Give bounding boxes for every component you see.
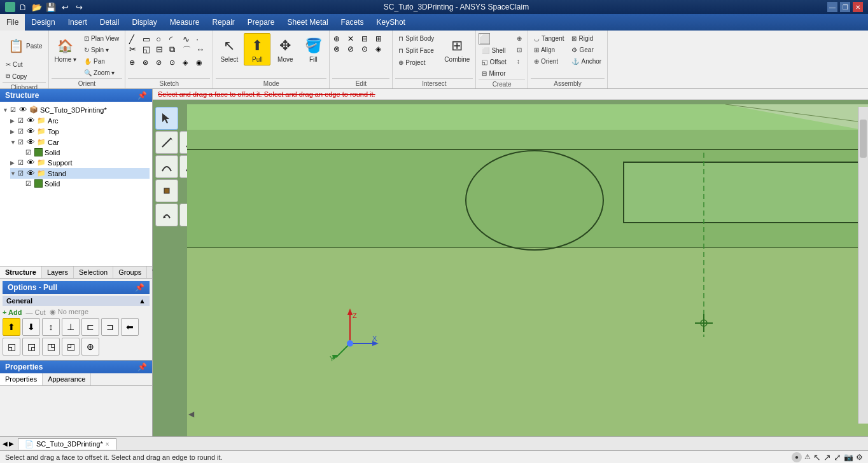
zoom-btn[interactable]: 🔍 Zoom ▾ [81, 67, 122, 78]
general-collapse-icon[interactable]: ▲ [139, 297, 146, 305]
tool-shape4[interactable]: ◰ [62, 338, 80, 356]
plane-btn[interactable]: ⊡ [514, 45, 525, 55]
menu-insert[interactable]: Insert [62, 14, 94, 31]
save-btn[interactable]: 💾 [45, 1, 57, 13]
minimize-btn[interactable]: — [827, 2, 837, 12]
sk-i5[interactable]: ◈ [183, 59, 195, 67]
doc-tab-main[interactable]: 📄 SC_Tuto_3DPrinting* × [18, 438, 116, 450]
cut-btn[interactable]: ✂ Cut [3, 59, 46, 70]
sk-i4[interactable]: ⊙ [169, 59, 182, 67]
tree-item-top[interactable]: ▶ ☑ 👁 📁 Top [10, 126, 150, 137]
sk-i6[interactable]: ◉ [196, 59, 209, 67]
ed7[interactable]: ⊙ [361, 45, 374, 53]
tool-shape1[interactable]: ◱ [3, 338, 20, 356]
move-btn[interactable]: ✥ Move [272, 33, 298, 66]
structure-pin[interactable]: 📌 [137, 91, 147, 100]
extend-icon[interactable]: ↔ [196, 45, 209, 56]
rect-icon[interactable]: ▭ [143, 34, 155, 44]
redo-btn[interactable]: ↪ [73, 1, 85, 13]
pan-btn[interactable]: ✋ Pan [81, 56, 122, 67]
merge-label[interactable]: ◉ No merge [50, 308, 88, 316]
spline-icon[interactable]: ∿ [183, 34, 195, 44]
tangent-btn[interactable]: ◡ Tangent [531, 33, 568, 44]
home-btn[interactable]: 🏠 Home ▾ [52, 33, 80, 66]
point-icon[interactable]: · [196, 34, 209, 44]
trim-icon[interactable]: ✂ [129, 45, 142, 56]
rigid-btn[interactable]: ⊠ Rigid [568, 33, 605, 44]
sketch-offset-icon[interactable]: ◱ [143, 45, 155, 56]
tree-item-stand[interactable]: ▼ ☑ 👁 📁 Stand [10, 168, 150, 179]
tab-scroll-right[interactable]: ▶ [9, 440, 14, 447]
sk-i3[interactable]: ⊘ [156, 59, 169, 67]
menu-display[interactable]: Display [125, 14, 163, 31]
add-plane-btn[interactable]: ⊕ [514, 33, 525, 44]
tree-check-support[interactable]: ☑ [18, 159, 27, 166]
tree-item-car[interactable]: ▼ ☑ 👁 📁 Car [10, 137, 150, 148]
fill-btn[interactable]: 🪣 Fill [300, 33, 326, 66]
menu-repair[interactable]: Repair [206, 14, 241, 31]
prop-tab-properties[interactable]: Properties [0, 373, 43, 385]
tree-item-arc[interactable]: ▶ ☑ 👁 📁 Arc [10, 115, 150, 126]
tree-check-stand[interactable]: ☑ [18, 170, 27, 177]
options-pin[interactable]: 📌 [135, 283, 144, 292]
tree-item-car-solid[interactable]: ☑ Solid [18, 148, 150, 157]
orient-btn[interactable]: ⊕ Orient [531, 56, 568, 67]
tree-check-car-solid[interactable]: ☑ [25, 149, 34, 156]
tab-structure[interactable]: Structure [0, 266, 42, 278]
cut-label[interactable]: — Cut [25, 308, 45, 316]
tree-check-root[interactable]: ☑ [10, 106, 19, 113]
expand-icon[interactable]: ⤢ [834, 452, 841, 462]
menu-measure[interactable]: Measure [164, 14, 206, 31]
tree-item-stand-solid[interactable]: ☑ Solid [18, 179, 150, 188]
canvas-area[interactable]: Select and drag a face to offset it. Sel… [153, 89, 868, 436]
tool-left[interactable]: ⊏ [81, 318, 99, 336]
sk-i1[interactable]: ⊕ [129, 59, 142, 67]
new-btn[interactable]: 🗋 [17, 1, 29, 13]
undo-btn[interactable]: ↩ [59, 1, 71, 13]
sk-i2[interactable]: ⊗ [143, 59, 155, 67]
add-label[interactable]: + Add [3, 308, 22, 316]
tree-check-car[interactable]: ☑ [18, 139, 27, 146]
vscroll-thumb[interactable] [860, 120, 867, 158]
doc-tab-close[interactable]: × [106, 441, 109, 448]
properties-pin[interactable]: 📌 [137, 363, 147, 371]
tree-check-stand-solid[interactable]: ☑ [25, 180, 34, 187]
split-body-btn[interactable]: ⊓ Split Body [395, 33, 437, 44]
tool-shape5[interactable]: ⊕ [81, 338, 99, 356]
ed6[interactable]: ⊘ [347, 45, 360, 53]
tab-selection[interactable]: Selection [74, 266, 113, 278]
close-btn[interactable]: ✕ [853, 2, 863, 12]
project-btn[interactable]: ⊕ Project [395, 57, 437, 68]
menu-sheet-metal[interactable]: Sheet Metal [281, 14, 335, 31]
menu-prepare[interactable]: Prepare [241, 14, 281, 31]
offset-btn[interactable]: ◱ Offset [479, 57, 510, 67]
tool-perp[interactable]: ⊥ [62, 318, 80, 336]
shell-btn[interactable]: ⬜ Shell [479, 45, 510, 56]
split-face-btn[interactable]: ⊓ Split Face [395, 45, 437, 56]
ed3[interactable]: ⊟ [361, 34, 374, 43]
axis-btn[interactable]: ↕ [514, 56, 525, 67]
sketch-copy-icon[interactable]: ⧉ [169, 45, 182, 56]
combine-btn[interactable]: ⊞ Combine [441, 33, 473, 66]
prop-tab-appearance[interactable]: Appearance [43, 373, 91, 385]
tool-pull-down[interactable]: ⬇ [22, 318, 40, 336]
menu-detail[interactable]: Detail [94, 14, 126, 31]
tool-shape3[interactable]: ◳ [42, 338, 60, 356]
tab-layers[interactable]: Layers [42, 266, 74, 278]
vertical-scrollbar[interactable] [858, 107, 868, 424]
ed1[interactable]: ⊕ [333, 34, 346, 43]
mirror-btn[interactable]: ⊟ Mirror [479, 68, 510, 79]
anchor-btn[interactable]: ⚓ Anchor [568, 56, 605, 67]
tree-check-arc[interactable]: ☑ [18, 117, 27, 124]
menu-file[interactable]: File [0, 14, 25, 31]
align-btn[interactable]: ⊞ Align [531, 45, 568, 55]
spin-btn[interactable]: ↻ Spin ▾ [81, 45, 122, 55]
menu-facets[interactable]: Facets [335, 14, 370, 31]
tree-check-top[interactable]: ☑ [18, 128, 27, 135]
status-icon-warn[interactable]: ⚠ [804, 453, 811, 461]
tool-shape2[interactable]: ◲ [22, 338, 40, 356]
menu-keyshot[interactable]: KeyShot [370, 14, 412, 31]
tool-right[interactable]: ⊐ [101, 318, 119, 336]
tree-item-support[interactable]: ▶ ☑ 👁 📁 Support [10, 157, 150, 168]
ed5[interactable]: ⊗ [333, 45, 346, 53]
